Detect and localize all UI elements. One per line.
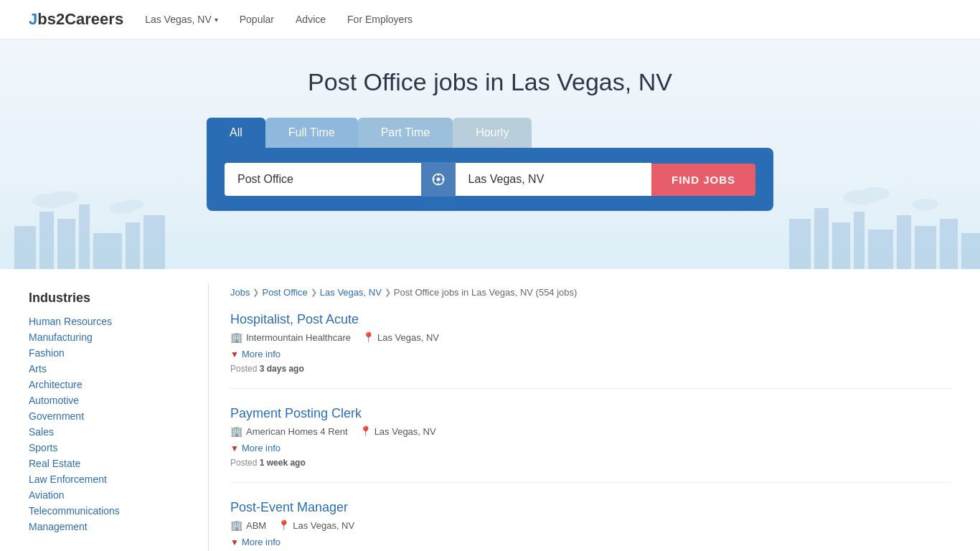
sidebar-industry-link[interactable]: Sales	[29, 426, 54, 438]
more-info: ▼ More info	[230, 537, 951, 547]
breadcrumb-post-office[interactable]: Post Office	[262, 287, 307, 298]
breadcrumb-current: Post Office jobs in Las Vegas, NV (554 j…	[394, 287, 578, 298]
breadcrumb-las-vegas[interactable]: Las Vegas, NV	[320, 287, 382, 298]
logo[interactable]: Jbs2Careers	[29, 10, 123, 29]
location-text: Las Vegas, NV	[377, 332, 439, 343]
job-card: Hospitalist, Post Acute 🏢 Intermountain …	[230, 312, 951, 389]
sidebar-industry-link[interactable]: Architecture	[29, 379, 83, 390]
sidebar-industry-link[interactable]: Automotive	[29, 395, 79, 406]
job-company: 🏢 Intermountain Healthcare	[230, 331, 351, 343]
job-company: 🏢 ABM	[230, 519, 266, 531]
svg-rect-19	[915, 226, 936, 269]
sidebar-industry-link[interactable]: Fashion	[29, 347, 65, 359]
nav-links: Las Vegas, NV ▾ Popular Advice For Emplo…	[145, 14, 413, 25]
main-content: Industries Human ResourcesManufacturingF…	[0, 269, 980, 551]
breadcrumb-jobs[interactable]: Jobs	[230, 287, 250, 298]
arrow-down-icon: ▼	[230, 537, 239, 547]
tab-hourly[interactable]: Hourly	[453, 118, 532, 148]
svg-rect-7	[39, 212, 54, 269]
sidebar-industry-link[interactable]: Aviation	[29, 489, 65, 501]
pin-icon: 📍	[362, 331, 374, 343]
svg-rect-12	[143, 215, 165, 269]
nav-advice[interactable]: Advice	[296, 14, 326, 25]
pin-icon: 📍	[359, 425, 372, 437]
list-item: Government	[29, 410, 187, 422]
list-item: Human Resources	[29, 316, 187, 327]
breadcrumb-sep-2: ❯	[311, 288, 317, 297]
sidebar-industry-link[interactable]: Sports	[29, 442, 57, 453]
tab-all[interactable]: All	[207, 118, 265, 148]
tab-part-time[interactable]: Part Time	[358, 118, 453, 148]
svg-rect-18	[897, 215, 911, 269]
svg-point-1	[436, 178, 440, 182]
tab-full-time[interactable]: Full Time	[265, 118, 358, 148]
arrow-down-icon: ▼	[230, 349, 239, 359]
sidebar-industry-link[interactable]: Arts	[29, 363, 47, 375]
list-item: Telecommunications	[29, 505, 187, 517]
sidebar-industry-link[interactable]: Telecommunications	[29, 505, 120, 517]
location-target-button[interactable]	[421, 162, 456, 197]
job-title[interactable]: Payment Posting Clerk	[230, 406, 362, 420]
sidebar: Industries Human ResourcesManufacturingF…	[29, 283, 187, 551]
location-input[interactable]	[456, 163, 652, 196]
chevron-down-icon: ▾	[215, 16, 218, 24]
search-input[interactable]	[225, 163, 421, 196]
arrow-down-icon: ▼	[230, 443, 239, 453]
breadcrumb: Jobs ❯ Post Office ❯ Las Vegas, NV ❯ Pos…	[230, 287, 951, 298]
company-name: Intermountain Healthcare	[246, 332, 351, 343]
search-wrap: All Full Time Part Time Hourly	[207, 118, 773, 211]
company-name: American Homes 4 Rent	[246, 426, 348, 437]
svg-rect-9	[79, 204, 90, 269]
pin-icon: 📍	[278, 519, 290, 531]
list-item: Real Estate	[29, 458, 187, 469]
sidebar-industry-link[interactable]: Real Estate	[29, 458, 80, 469]
logo-rest: bs2Careers	[37, 10, 123, 28]
posted-time: 1 week ago	[260, 458, 306, 468]
sidebar-title: Industries	[29, 291, 187, 306]
list-item: Sports	[29, 442, 187, 453]
svg-rect-20	[940, 219, 958, 269]
svg-rect-21	[961, 233, 980, 269]
job-location: 📍 Las Vegas, NV	[362, 331, 439, 343]
list-item: Fashion	[29, 347, 187, 359]
svg-rect-10	[93, 233, 122, 269]
navbar: Jbs2Careers Las Vegas, NV ▾ Popular Advi…	[0, 0, 980, 39]
list-item: Sales	[29, 426, 187, 438]
job-card: Payment Posting Clerk 🏢 American Homes 4…	[230, 406, 951, 483]
sidebar-industry-link[interactable]: Law Enforcement	[29, 474, 107, 485]
breadcrumb-sep-1: ❯	[253, 288, 259, 297]
more-info-link[interactable]: ▼ More info	[230, 349, 951, 359]
more-info: ▼ More info	[230, 443, 951, 453]
job-company: 🏢 American Homes 4 Rent	[230, 425, 348, 437]
sidebar-industry-link[interactable]: Government	[29, 410, 84, 422]
svg-rect-16	[854, 212, 864, 269]
more-info-link[interactable]: ▼ More info	[230, 537, 951, 547]
svg-rect-11	[126, 222, 140, 269]
location-text: Las Vegas, NV	[293, 520, 354, 531]
location-text: Las Vegas, NV	[374, 426, 436, 437]
job-title[interactable]: Post-Event Manager	[230, 500, 348, 514]
svg-rect-6	[14, 226, 36, 269]
job-cards-container: Hospitalist, Post Acute 🏢 Intermountain …	[230, 312, 951, 551]
job-location: 📍 Las Vegas, NV	[359, 425, 436, 437]
nav-location[interactable]: Las Vegas, NV ▾	[145, 14, 218, 25]
hero-scene: All Full Time Part Time Hourly	[14, 118, 966, 211]
svg-rect-15	[832, 222, 850, 269]
sidebar-industry-link[interactable]: Human Resources	[29, 316, 112, 327]
building-icon: 🏢	[230, 519, 242, 531]
building-icon: 🏢	[230, 331, 242, 343]
job-card: Post-Event Manager 🏢 ABM 📍 Las Vegas, NV…	[230, 500, 951, 551]
nav-popular[interactable]: Popular	[240, 14, 274, 25]
building-icon: 🏢	[230, 425, 242, 437]
more-info-link[interactable]: ▼ More info	[230, 443, 951, 453]
list-item: Management	[29, 521, 187, 532]
sidebar-industry-link[interactable]: Manufacturing	[29, 331, 93, 343]
job-title[interactable]: Hospitalist, Post Acute	[230, 312, 359, 326]
job-listings: Jobs ❯ Post Office ❯ Las Vegas, NV ❯ Pos…	[230, 283, 951, 551]
nav-employers[interactable]: For Employers	[347, 14, 413, 25]
logo-text: Jbs2Careers	[29, 10, 123, 28]
sidebar-industry-link[interactable]: Management	[29, 521, 88, 532]
svg-rect-8	[57, 219, 75, 269]
find-jobs-button[interactable]: FIND JOBS	[651, 164, 755, 196]
list-item: Architecture	[29, 379, 187, 390]
